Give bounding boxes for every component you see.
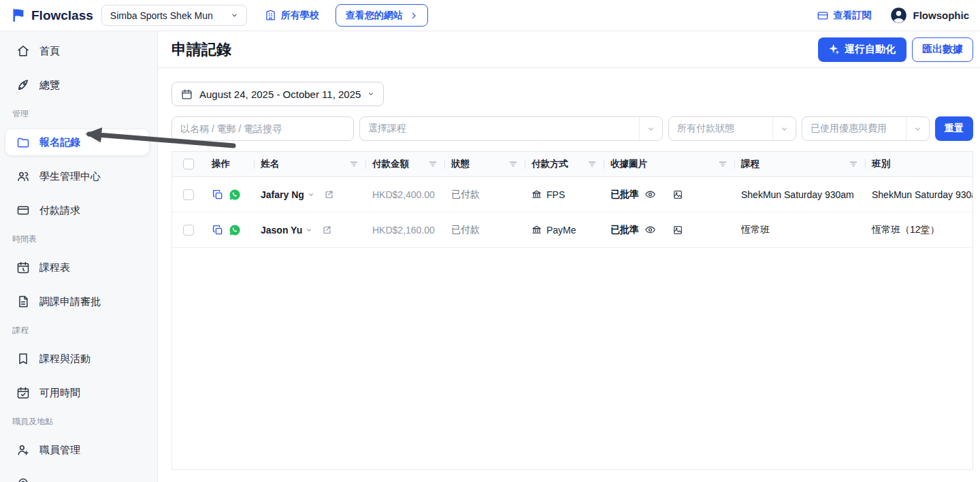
- subscription-card-icon: [817, 10, 829, 22]
- sidebar-item-partial[interactable]: [0, 467, 157, 482]
- payment-method: FPS: [546, 189, 565, 200]
- course-name: ShekMun Saturday 930am: [734, 177, 865, 212]
- column-header-name: 姓名: [254, 152, 365, 176]
- course-select-placeholder: 選擇課程: [368, 123, 639, 135]
- bookmark-book-icon: [16, 352, 30, 366]
- run-automation-label: 運行自動化: [845, 43, 896, 56]
- sidebar-item-payment-requests[interactable]: 付款請求: [0, 193, 157, 227]
- card-icon: [16, 204, 30, 217]
- chevron-down-icon[interactable]: [306, 227, 312, 234]
- sidebar-item-class-schedule[interactable]: 課程表: [0, 251, 157, 285]
- home-icon: [16, 44, 30, 58]
- search-input[interactable]: [172, 116, 354, 141]
- person-plus-icon: [16, 443, 30, 457]
- topbar: Flowclass Simba Sports Shek Mun 所有學校 查看您…: [0, 0, 980, 31]
- filter-icon[interactable]: [587, 159, 597, 169]
- whatsapp-icon[interactable]: [229, 224, 241, 236]
- column-header-class: 班別: [865, 152, 973, 176]
- filter-row: 選擇課程 所有付款狀態 已使用優惠與費用 重置: [172, 116, 973, 141]
- chevron-down-icon[interactable]: [308, 191, 314, 198]
- receipt-image-icon[interactable]: [672, 189, 683, 200]
- row-checkbox[interactable]: [183, 225, 194, 236]
- chevron-right-icon: [410, 12, 418, 20]
- sidebar-section-management: 管理: [0, 102, 157, 125]
- copy-icon[interactable]: [212, 189, 224, 201]
- external-link-icon[interactable]: [322, 225, 332, 235]
- view-subscription-link[interactable]: 查看訂閱: [817, 10, 872, 22]
- export-data-button[interactable]: 匯出數據: [912, 37, 973, 62]
- whatsapp-icon[interactable]: [229, 189, 241, 201]
- class-name: ShekMun Saturday 930a: [865, 177, 973, 212]
- column-header-amount: 付款金額: [365, 152, 444, 176]
- all-schools-link[interactable]: 所有學校: [265, 10, 319, 22]
- run-automation-button[interactable]: 運行自動化: [818, 37, 906, 62]
- sidebar-section-staff-locations: 職員及地點: [0, 410, 157, 433]
- column-header-status: 狀態: [444, 152, 525, 176]
- student-name[interactable]: Jafary Ng: [261, 189, 304, 200]
- records-table: 操作 姓名 付款金額 狀態 付款方式 收據圖片: [172, 151, 973, 470]
- filter-icon[interactable]: [849, 159, 858, 169]
- payment-amount: HKD$2,400.00: [365, 177, 444, 212]
- people-icon: [16, 170, 30, 183]
- avatar-icon: [889, 6, 908, 25]
- sidebar-item-label: 職員管理: [39, 444, 80, 457]
- sidebar-item-enrollment-records[interactable]: 報名記錄: [5, 129, 149, 155]
- date-range-value: August 24, 2025 - October 11, 2025: [199, 89, 361, 100]
- school-selector-dropdown[interactable]: Simba Sports Shek Mun: [101, 5, 247, 26]
- table-row: Jafary Ng HKD$2,400.00 已付款 FPS 已批準 ShekM…: [172, 177, 973, 212]
- course-name: 恆常班: [734, 212, 865, 247]
- filter-icon[interactable]: [349, 159, 359, 169]
- payment-amount: HKD$2,160.00: [365, 212, 444, 247]
- main-content: 申請記錄 運行自動化 匯出數據 August 24, 2025 - Octobe…: [158, 31, 980, 482]
- calendar-icon: [181, 89, 193, 100]
- school-selector-value: Simba Sports Shek Mun: [110, 10, 213, 21]
- document-approval-icon: [16, 295, 30, 308]
- select-all-checkbox[interactable]: [183, 159, 194, 170]
- sidebar-item-label: 課程表: [39, 261, 70, 274]
- receipt-status: 已批準: [610, 224, 639, 236]
- receipt-status: 已批準: [610, 189, 639, 201]
- sidebar-item-courses-activities[interactable]: 課程與活動: [0, 342, 157, 376]
- bank-icon: [532, 225, 542, 235]
- sidebar-item-availability[interactable]: 可用時間: [0, 376, 157, 410]
- sidebar-item-overview[interactable]: 總覽: [0, 68, 157, 102]
- filter-icon[interactable]: [718, 159, 728, 169]
- class-name: 恆常班（12堂）: [865, 212, 973, 247]
- account-menu[interactable]: Flowsophic: [889, 6, 970, 25]
- row-checkbox[interactable]: [183, 189, 194, 200]
- payment-status: 已付款: [444, 177, 525, 212]
- student-name[interactable]: Jason Yu: [261, 225, 302, 236]
- view-subscription-label: 查看訂閱: [834, 10, 872, 22]
- eye-icon[interactable]: [644, 189, 656, 200]
- eye-icon[interactable]: [644, 224, 656, 236]
- sidebar-item-label: 調課申請審批: [39, 295, 101, 308]
- rocket-icon: [16, 78, 30, 92]
- sidebar-item-label: 付款請求: [39, 204, 80, 217]
- filter-icon[interactable]: [508, 159, 518, 169]
- chevron-down-icon: [781, 125, 788, 133]
- sidebar-section-timetable: 時間表: [0, 227, 157, 251]
- payment-status-select[interactable]: 所有付款狀態: [668, 116, 796, 141]
- filter-icon[interactable]: [428, 159, 438, 169]
- view-site-button[interactable]: 查看您的網站: [336, 4, 428, 27]
- receipt-image-icon[interactable]: [672, 225, 683, 236]
- sidebar-item-student-center[interactable]: 學生管理中心: [0, 159, 157, 193]
- sidebar-item-reschedule-approval[interactable]: 調課申請審批: [0, 285, 157, 319]
- reset-button[interactable]: 重置: [935, 116, 973, 141]
- sidebar-item-label: 可用時間: [39, 387, 80, 400]
- date-range-picker[interactable]: August 24, 2025 - October 11, 2025: [172, 82, 384, 106]
- chevron-down-icon: [647, 125, 655, 133]
- sidebar-item-home[interactable]: 首頁: [0, 34, 157, 68]
- external-link-icon[interactable]: [324, 189, 334, 199]
- sidebar-item-label: 報名記錄: [39, 136, 80, 149]
- sidebar: 首頁 總覽 管理 報名記錄 學生管理中心 付款請求 時間表 課程表 調課申請審批…: [0, 31, 158, 482]
- chevron-down-icon: [231, 12, 238, 19]
- location-pin-icon: [16, 477, 30, 482]
- discount-fee-select[interactable]: 已使用優惠與費用: [802, 116, 930, 141]
- sidebar-item-staff-management[interactable]: 職員管理: [0, 433, 157, 467]
- account-name: Flowsophic: [913, 10, 970, 21]
- folder-records-icon: [16, 135, 30, 149]
- course-select[interactable]: 選擇課程: [359, 116, 663, 141]
- page-title: 申請記錄: [172, 39, 818, 60]
- copy-icon[interactable]: [212, 224, 224, 236]
